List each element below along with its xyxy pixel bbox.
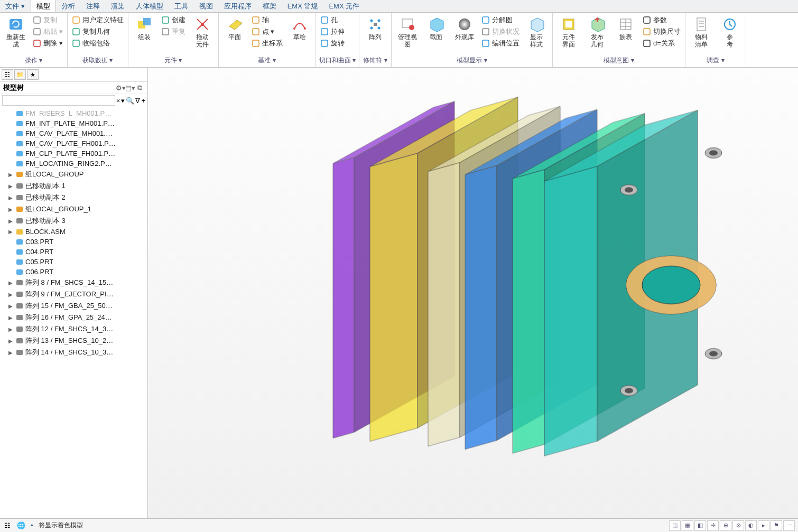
ribbon-btn-section[interactable]: 截面 <box>423 15 449 42</box>
expand-icon[interactable]: ▶ <box>8 218 14 224</box>
status-tool-1[interactable]: ◫ <box>669 520 681 531</box>
ribbon-btn-dispstyle[interactable]: 显示样式 <box>524 15 549 50</box>
status-tool-7[interactable]: ◐ <box>745 520 757 531</box>
ribbon-btn-point[interactable]: 点 ▾ <box>250 26 284 37</box>
ribbon-btn-create[interactable]: 创建 <box>160 15 187 25</box>
expand-icon[interactable]: ▶ <box>8 315 14 321</box>
ribbon-btn-hole[interactable]: 孔 <box>319 15 346 25</box>
menu-item-1[interactable]: 模型 <box>31 0 56 12</box>
ribbon-btn-switchdim[interactable]: 切换尺寸 <box>642 26 682 37</box>
tree-node[interactable]: FM_LOCATING_RING2.P… <box>3 158 147 169</box>
search-dropdown-icon[interactable]: ▾ <box>121 97 125 105</box>
ribbon-btn-pattern[interactable]: 阵列 <box>363 15 388 42</box>
clear-search-icon[interactable]: × <box>116 97 120 105</box>
tree-node[interactable]: ▶阵列 15 / FM_GBA_25_50… <box>3 300 147 312</box>
expand-icon[interactable]: ▶ <box>8 195 14 201</box>
expand-icon[interactable]: ▶ <box>8 326 14 332</box>
ribbon-btn-pubgeom[interactable]: 发布几何 <box>584 15 610 50</box>
expand-icon[interactable]: ▶ <box>8 292 14 297</box>
menu-item-7[interactable]: 视图 <box>194 0 219 12</box>
tree-node[interactable]: FM_CAV_PLATE_FH001.P… <box>3 138 147 148</box>
ribbon-btn-compif[interactable]: 元件界面 <box>556 15 581 50</box>
status-tool-9[interactable]: ⚑ <box>771 520 782 531</box>
menu-item-9[interactable]: 框架 <box>257 0 282 12</box>
menu-item-3[interactable]: 注释 <box>81 0 106 12</box>
tree-node[interactable]: ▶阵列 8 / FM_SHCS_14_15… <box>3 277 147 288</box>
ribbon-btn-assemble[interactable]: 组装 <box>132 15 157 42</box>
tree-node[interactable]: FM_CAV_PLATE_MH001.… <box>3 128 147 138</box>
ribbon-btn-copygeom[interactable]: 复制几何 <box>71 26 125 37</box>
tree-filter-icon[interactable]: ⧉ <box>135 83 144 92</box>
ribbon-btn-shrink[interactable]: 收缩包络 <box>71 38 125 49</box>
tree-node[interactable]: C05.PRT <box>3 257 147 267</box>
tree-settings-icon[interactable]: ⚙▾ <box>116 84 125 92</box>
menu-item-4[interactable]: 渲染 <box>106 0 131 12</box>
tree-node[interactable]: ▶阵列 9 / FM_EJECTOR_PI… <box>3 288 147 300</box>
ribbon-btn-explode[interactable]: 分解图 <box>480 15 521 25</box>
tree-node[interactable]: ▶已移动副本 2 <box>3 192 147 203</box>
expand-icon[interactable]: ▶ <box>8 172 14 178</box>
sidebar-tab-folder[interactable]: 📁 <box>14 69 26 80</box>
menu-item-6[interactable]: 工具 <box>169 0 194 12</box>
sidebar-tab-tree[interactable]: ☷ <box>2 69 13 80</box>
ribbon-btn-famtab[interactable]: 族表 <box>613 15 638 42</box>
expand-icon[interactable]: ▶ <box>8 338 14 344</box>
ribbon-btn-viewmgr[interactable]: 管理视图 <box>395 15 420 50</box>
ribbon-btn-params[interactable]: 参数 <box>642 15 682 25</box>
tree-display-icon[interactable]: ▤▾ <box>125 84 135 92</box>
ribbon-btn-axis[interactable]: 轴 <box>250 15 284 25</box>
ribbon-btn-csys[interactable]: 坐标系 <box>250 38 284 49</box>
tree-node[interactable]: C04.PRT <box>3 247 147 257</box>
menu-item-10[interactable]: EMX 常规 <box>282 0 324 12</box>
ribbon-btn-delete[interactable]: 删除 ▾ <box>32 38 64 49</box>
ribbon-btn-editpos[interactable]: 编辑位置 <box>480 38 521 49</box>
ribbon-btn-plane[interactable]: 平面 <box>222 15 247 42</box>
tree-node[interactable]: ▶阵列 12 / FM_SHCS_14_3… <box>3 323 147 335</box>
ribbon-btn-bom[interactable]: 物料清单 <box>689 15 714 50</box>
tree-node[interactable]: ▶已移动副本 3 <box>3 215 147 227</box>
tree-node[interactable]: ▶阵列 16 / FM_GPA_25_24… <box>3 312 147 323</box>
status-tool-2[interactable]: ▦ <box>682 520 693 531</box>
ribbon-btn-extrude[interactable]: 拉伸 <box>319 26 346 37</box>
menu-item-11[interactable]: EMX 元件 <box>323 0 365 12</box>
tree-node[interactable]: FM_RISERS_L_MH001.P… <box>3 108 147 118</box>
binoculars-icon[interactable]: 🔍 <box>126 97 134 105</box>
ribbon-btn-relations[interactable]: d=关系 <box>642 38 682 49</box>
tree-node[interactable]: FM_INT_PLATE_MH001.P… <box>3 118 147 128</box>
ribbon-btn-revolve[interactable]: 旋转 <box>319 38 346 49</box>
ribbon-btn-sketch[interactable]: 草绘 <box>287 15 312 42</box>
tree-node[interactable]: ▶BLOCK.ASM <box>3 227 147 237</box>
tree-node[interactable]: ▶已移动副本 1 <box>3 180 147 192</box>
status-tree-icon[interactable]: ☷ <box>3 521 12 530</box>
menu-item-5[interactable]: 人体模型 <box>131 0 169 12</box>
ribbon-btn-regen[interactable]: 重新生成 <box>3 15 29 50</box>
expand-icon[interactable]: ▶ <box>8 280 14 286</box>
status-tool-3[interactable]: ◧ <box>694 520 706 531</box>
status-tool-5[interactable]: ⊕ <box>720 520 731 531</box>
status-tool-8[interactable]: ▸ <box>758 520 769 531</box>
expand-icon[interactable]: ▶ <box>8 350 14 356</box>
tree-node[interactable]: ▶组LOCAL_GROUP <box>3 169 147 180</box>
add-icon[interactable]: + <box>141 97 145 105</box>
tree-node[interactable]: C06.PRT <box>3 267 147 277</box>
ribbon-btn-appearance[interactable]: 外观库 <box>452 15 477 42</box>
status-tool-6[interactable]: ⊗ <box>732 520 744 531</box>
status-tool-4[interactable]: ✛ <box>707 520 719 531</box>
menu-item-2[interactable]: 分析 <box>56 0 81 12</box>
tree-node[interactable]: ▶组LOCAL_GROUP_1 <box>3 203 147 215</box>
tree-node[interactable]: FM_CLP_PLATE_FH001.P… <box>3 148 147 158</box>
ribbon-btn-drag[interactable]: 拖动元件 <box>190 15 215 50</box>
expand-icon[interactable]: ▶ <box>8 183 14 189</box>
tree-node[interactable]: C03.PRT <box>3 237 147 247</box>
expand-icon[interactable]: ▶ <box>8 303 14 309</box>
expand-icon[interactable]: ▶ <box>8 229 14 235</box>
menu-item-0[interactable]: 文件 ▾ <box>0 0 31 12</box>
tree-search-input[interactable] <box>2 95 115 106</box>
sidebar-tab-star[interactable]: ★ <box>27 69 39 80</box>
filter-icon[interactable]: ∇ <box>135 97 140 105</box>
tree-node[interactable]: ▶阵列 14 / FM_SHCS_10_3… <box>3 347 147 358</box>
status-globe-icon[interactable]: 🌐 <box>17 521 25 530</box>
graphics-viewport[interactable] <box>148 68 798 518</box>
ribbon-btn-udf[interactable]: 用户定义特征 <box>71 15 125 25</box>
menu-item-8[interactable]: 应用程序 <box>219 0 257 12</box>
